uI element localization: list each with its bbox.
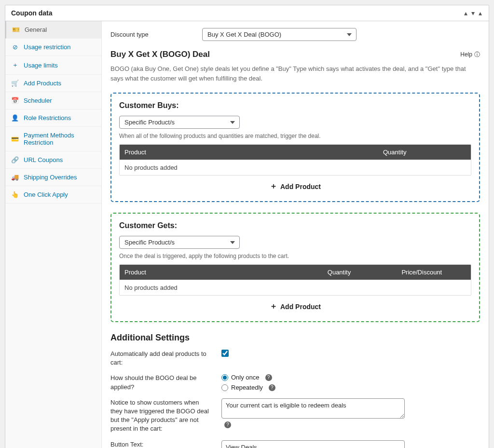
sidebar-item-label: Scheduler: [24, 97, 52, 104]
customer-gets-title: Customer Gets:: [119, 221, 471, 230]
sidebar-item-add-products[interactable]: 🛒 Add Products: [5, 75, 101, 92]
apply-repeat-radio[interactable]: [221, 384, 228, 391]
buys-col-qty: Quantity: [378, 145, 471, 160]
sidebar-item-one-click-apply[interactable]: 👆 One Click Apply: [5, 186, 101, 204]
gets-col-qty: Quantity: [323, 265, 397, 280]
help-label: Help: [460, 51, 472, 58]
panel-title: Coupon data: [11, 9, 53, 17]
discount-type-label: Discount type: [110, 31, 173, 38]
gets-type-select[interactable]: Specific Product/s: [119, 236, 240, 249]
button-text-label: Button Text:: [110, 440, 212, 448]
sidebar-item-scheduler[interactable]: 📅 Scheduler: [5, 92, 101, 109]
sidebar-item-label: Add Products: [24, 80, 61, 87]
notice-label: Notice to show customers when they have …: [110, 398, 212, 434]
cart-icon: 🛒: [11, 80, 19, 87]
plus-icon: ＋: [270, 181, 277, 191]
add-product-label: Add Product: [280, 183, 321, 190]
apply-once-radio[interactable]: [221, 374, 228, 381]
buys-type-select[interactable]: Specific Product/s: [119, 116, 240, 129]
gets-col-price: Price/Discount: [397, 265, 471, 280]
help-link[interactable]: Help ⓘ: [460, 51, 480, 59]
sidebar-item-shipping-overrides[interactable]: 🚚 Shipping Overrides: [5, 169, 101, 186]
apply-mode-label: How should the BOGO deal be applied?: [110, 374, 212, 391]
additional-title: Additional Settings: [110, 333, 480, 343]
truck-icon: 🚚: [11, 174, 19, 181]
buys-hint: When all of the following products and q…: [119, 133, 471, 139]
help-icon[interactable]: ?: [265, 374, 272, 381]
additional-settings: Additional Settings Automatically add de…: [110, 333, 480, 448]
block-icon: ⊘: [11, 43, 19, 51]
calendar-icon: 📅: [11, 97, 19, 104]
buys-empty: No products added: [120, 160, 471, 175]
sidebar-item-general[interactable]: 🎫 General: [5, 21, 101, 39]
gets-add-product[interactable]: ＋ Add Product: [119, 296, 471, 313]
buys-table: Product Quantity No products added: [119, 144, 471, 176]
apply-once-label: Only once: [231, 374, 260, 381]
help-icon[interactable]: ?: [224, 421, 231, 428]
link-icon: 🔗: [11, 156, 19, 163]
sidebar-item-label: Role Restrictions: [24, 114, 71, 122]
button-text-input[interactable]: [221, 440, 405, 448]
sidebar-item-url-coupons[interactable]: 🔗 URL Coupons: [5, 151, 101, 169]
gets-table: Product Quantity Price/Discount No produ…: [119, 264, 471, 296]
sidebar-item-label: General: [25, 26, 47, 33]
sidebar-item-usage-limits[interactable]: ＋ Usage limits: [5, 56, 101, 75]
gets-empty: No products added: [120, 280, 471, 295]
discount-type-select[interactable]: Buy X Get X Deal (BOGO): [202, 28, 357, 41]
auto-add-label: Automatically add deal products to cart:: [110, 350, 212, 367]
gets-col-product: Product: [120, 265, 323, 280]
sidebar-item-role-restrictions[interactable]: 👤 Role Restrictions: [5, 109, 101, 127]
sidebar-item-label: URL Coupons: [24, 156, 63, 163]
plus-icon: ＋: [270, 301, 277, 312]
help-icon[interactable]: ?: [269, 384, 275, 391]
sidebar-item-label: Shipping Overrides: [24, 174, 77, 181]
add-product-label: Add Product: [280, 303, 321, 311]
buys-add-product[interactable]: ＋ Add Product: [119, 176, 471, 193]
sidebar-item-label: One Click Apply: [24, 191, 68, 198]
notice-textarea[interactable]: Your current cart is eligible to redeem …: [221, 398, 405, 419]
collapse-icon[interactable]: ▴: [478, 9, 483, 17]
bogo-section-title: Buy X Get X (BOGO) Deal: [110, 50, 210, 59]
buys-col-product: Product: [120, 145, 378, 160]
bogo-description: BOGO (aka Buy One, Get One) style deals …: [110, 64, 480, 83]
sidebar-item-label: Payment Methods Restriction: [24, 132, 96, 146]
user-icon: 👤: [11, 114, 19, 122]
auto-add-checkbox[interactable]: [221, 350, 229, 357]
plus-icon: ＋: [11, 61, 19, 69]
help-icon: ⓘ: [474, 51, 480, 59]
gets-hint: Once the deal is triggered, apply the fo…: [119, 253, 471, 259]
customer-buys-box: Customer Buys: Specific Product/s When a…: [110, 93, 480, 202]
customer-buys-title: Customer Buys:: [119, 101, 471, 110]
pointer-icon: 👆: [11, 191, 19, 198]
card-icon: 💳: [11, 136, 19, 143]
sidebar-item-payment-restriction[interactable]: 💳 Payment Methods Restriction: [5, 127, 101, 151]
sidebar-item-label: Usage limits: [24, 62, 58, 69]
sidebar-item-usage-restriction[interactable]: ⊘ Usage restriction: [5, 39, 101, 56]
chevron-down-icon[interactable]: ▾: [470, 9, 476, 17]
apply-repeat-label: Repeatedly: [231, 384, 263, 391]
chevron-up-icon[interactable]: ▴: [463, 9, 468, 17]
sidebar: 🎫 General ⊘ Usage restriction ＋ Usage li…: [5, 21, 102, 448]
sidebar-item-label: Usage restriction: [24, 43, 71, 51]
ticket-icon: 🎫: [12, 26, 20, 33]
customer-gets-box: Customer Gets: Specific Product/s Once t…: [110, 213, 480, 322]
